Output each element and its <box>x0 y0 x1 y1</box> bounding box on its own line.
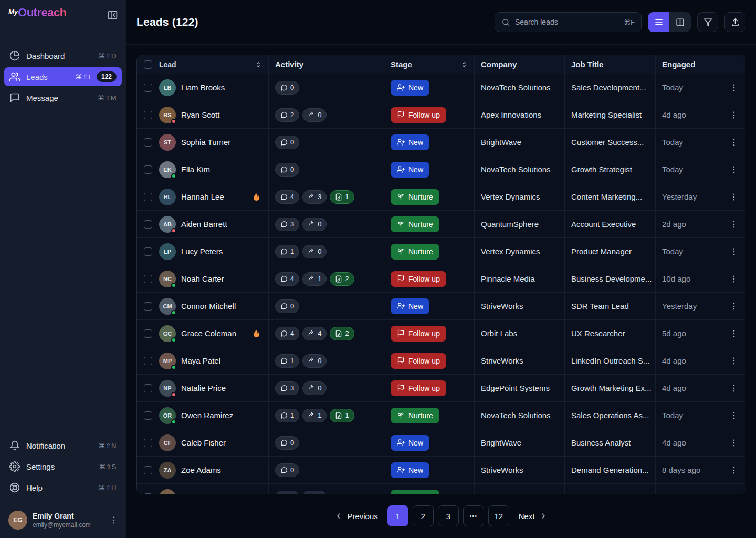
stage-badge[interactable]: New <box>391 298 429 314</box>
stage-badge[interactable]: New <box>391 435 429 451</box>
select-all-checkbox[interactable] <box>144 60 152 69</box>
row-menu-kebab-icon[interactable] <box>729 438 739 448</box>
row-menu-kebab-icon[interactable] <box>729 411 739 420</box>
search-input[interactable] <box>515 18 619 26</box>
page-button-12[interactable]: 12 <box>488 505 509 526</box>
row-checkbox[interactable] <box>144 357 152 365</box>
row-checkbox[interactable] <box>144 111 152 119</box>
row-checkbox[interactable] <box>144 439 152 447</box>
search-box[interactable]: ⌘F <box>495 12 642 32</box>
stage-badge[interactable]: Nurture <box>391 189 439 205</box>
stage-badge[interactable]: Follow up <box>391 271 446 287</box>
sidebar-item-leads[interactable]: Leads ⌘⇧L 122 <box>4 67 122 86</box>
chat-icon <box>280 221 288 228</box>
row-checkbox[interactable] <box>144 193 152 201</box>
file-count-badge: 2 <box>330 272 354 286</box>
sidebar-item-label: Help <box>26 483 43 492</box>
sidebar-item-settings[interactable]: Settings ⌘⇧S <box>4 457 122 476</box>
page-button-2[interactable]: 2 <box>413 505 434 526</box>
sidebar-item-help[interactable]: Help ⌘⇧H <box>4 478 122 497</box>
row-checkbox[interactable] <box>144 466 152 474</box>
lead-avatar: HL <box>159 189 176 205</box>
row-checkbox[interactable] <box>144 384 152 392</box>
row-menu-kebab-icon[interactable] <box>729 384 739 393</box>
lead-avatar: AB <box>159 216 176 233</box>
sidebar-item-message[interactable]: Message ⌘⇧M <box>4 88 122 107</box>
row-menu-kebab-icon[interactable] <box>729 220 739 229</box>
company-cell: Orbit Labs <box>474 484 564 494</box>
row-menu-kebab-icon[interactable] <box>729 83 739 92</box>
stage-badge[interactable]: Nurture <box>391 216 439 232</box>
sort-lead-icon[interactable] <box>255 61 262 68</box>
row-checkbox[interactable] <box>144 220 152 229</box>
row-menu-kebab-icon[interactable] <box>729 302 739 311</box>
board-view-button[interactable] <box>669 12 691 32</box>
lead-name: Maya Patel <box>181 356 220 365</box>
stage-badge[interactable]: New <box>391 462 429 478</box>
sidebar-collapse-button[interactable] <box>106 8 119 21</box>
list-view-button[interactable] <box>648 12 669 32</box>
row-menu-kebab-icon[interactable] <box>729 329 739 338</box>
stage-badge[interactable]: Nurture <box>391 408 439 423</box>
row-checkbox[interactable] <box>144 247 152 256</box>
stage-badge[interactable]: New <box>391 80 429 96</box>
logo-prefix: My <box>8 8 18 16</box>
previous-page-button[interactable]: Previous <box>329 505 383 526</box>
stage-badge[interactable]: New <box>391 162 429 178</box>
chat-count-badge: 0 <box>275 81 299 95</box>
filter-button[interactable] <box>697 12 718 32</box>
chat-icon <box>280 248 288 255</box>
export-button[interactable] <box>724 12 746 32</box>
row-menu-kebab-icon[interactable] <box>729 192 739 202</box>
row-menu-kebab-icon[interactable] <box>729 274 739 284</box>
stage-badge[interactable]: Follow up <box>391 353 446 369</box>
row-checkbox[interactable] <box>144 84 152 92</box>
status-dot <box>171 228 176 233</box>
stage-badge[interactable]: Follow up <box>391 380 446 396</box>
stage-badge[interactable]: New <box>391 134 429 150</box>
user-profile[interactable]: EG Emily Grant emily@myemail.com <box>0 511 126 530</box>
filter-icon <box>704 18 712 27</box>
row-menu-kebab-icon[interactable] <box>729 110 739 120</box>
table-row: RS Ryan Scott 2 0 Follow up Apex <box>137 101 745 129</box>
row-checkbox[interactable] <box>144 275 152 283</box>
users-icon <box>9 71 20 82</box>
row-checkbox[interactable] <box>144 302 152 311</box>
sidebar-item-notification[interactable]: Notification ⌘⇧N <box>4 436 122 455</box>
row-checkbox[interactable] <box>144 411 152 420</box>
user-plus-icon <box>397 466 405 474</box>
sidebar-item-dashboard[interactable]: Dashboard ⌘⇧D <box>4 46 122 65</box>
row-checkbox[interactable] <box>144 493 152 494</box>
row-menu-kebab-icon[interactable] <box>729 493 739 494</box>
row-menu-kebab-icon[interactable] <box>729 165 739 174</box>
page-button-1[interactable]: 1 <box>387 505 408 526</box>
row-checkbox[interactable] <box>144 329 152 338</box>
file-pen-icon <box>335 330 342 337</box>
page-ellipsis-button[interactable]: ••• <box>463 505 484 526</box>
page-button-3[interactable]: 3 <box>438 505 459 526</box>
row-menu-kebab-icon[interactable] <box>729 138 739 147</box>
lead-avatar: NP <box>159 380 176 397</box>
company-cell: EdgePoint Systems <box>474 375 564 401</box>
stage-badge[interactable]: Nurture <box>391 244 439 260</box>
search-icon <box>501 18 510 27</box>
column-header-lead: Lead <box>159 60 176 69</box>
company-cell: Apex Innovations <box>474 101 564 128</box>
lead-avatar: LS <box>159 489 176 494</box>
stage-badge[interactable]: Nurture <box>391 490 439 494</box>
table-row: LB Liam Brooks 0 New NovaTech Solutions <box>137 74 745 101</box>
row-menu-kebab-icon[interactable] <box>729 465 739 475</box>
stage-badge[interactable]: Follow up <box>391 107 446 123</box>
table-row: LP Lucy Peters 1 0 Nurture Verte <box>137 238 745 265</box>
sort-stage-icon[interactable] <box>460 61 468 68</box>
lead-avatar: ZA <box>159 462 176 479</box>
row-checkbox[interactable] <box>144 165 152 174</box>
row-menu-kebab-icon[interactable] <box>729 247 739 256</box>
stage-badge[interactable]: Follow up <box>391 326 446 342</box>
user-plus-icon <box>397 302 405 310</box>
row-menu-kebab-icon[interactable] <box>729 356 739 366</box>
next-page-button[interactable]: Next <box>513 505 553 526</box>
row-checkbox[interactable] <box>144 138 152 147</box>
sidebar-item-shortcut: ⌘⇧L <box>75 73 92 81</box>
user-menu-kebab-icon[interactable] <box>109 515 119 525</box>
